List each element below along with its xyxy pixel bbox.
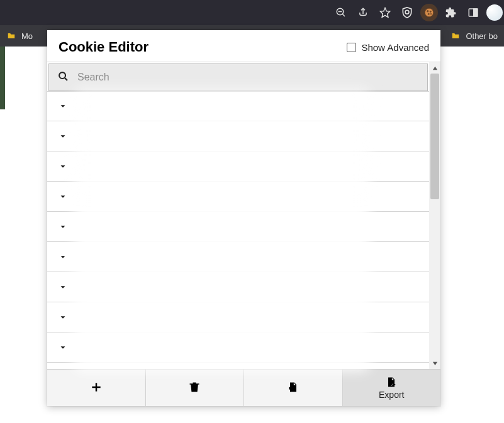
import-icon	[287, 381, 300, 393]
folder-icon	[451, 31, 461, 40]
svg-line-1	[342, 14, 345, 16]
cookie-list	[47, 91, 429, 369]
search-input[interactable]	[77, 72, 418, 83]
bookmark-folder-left[interactable]: Mo	[6, 31, 33, 41]
add-cookie-button[interactable]	[47, 370, 146, 406]
list-area	[47, 62, 429, 369]
cookie-row[interactable]	[47, 363, 429, 369]
cookie-row[interactable]	[47, 242, 429, 272]
svg-point-12	[59, 72, 65, 79]
cookie-row[interactable]	[47, 91, 429, 121]
zoom-out-icon[interactable]	[332, 4, 350, 21]
svg-point-4	[405, 10, 409, 14]
cookie-editor-extension-icon[interactable]	[420, 4, 438, 21]
share-icon[interactable]	[354, 4, 372, 21]
chevron-down-icon	[59, 313, 67, 322]
cookie-editor-popup: Cookie Editor Show Advanced	[47, 30, 440, 406]
scrollbar[interactable]	[429, 62, 440, 369]
chevron-down-icon	[59, 343, 67, 352]
popup-header: Cookie Editor Show Advanced	[47, 30, 440, 62]
cookie-row[interactable]	[47, 332, 429, 363]
export-icon	[385, 376, 398, 388]
popup-body	[47, 62, 440, 369]
svg-point-5	[425, 8, 434, 17]
chevron-down-icon	[59, 162, 67, 171]
svg-point-6	[427, 11, 428, 12]
svg-marker-3	[381, 8, 390, 18]
cookie-row[interactable]	[47, 272, 429, 302]
export-button[interactable]: Export	[343, 370, 441, 406]
browser-toolbar	[0, 0, 504, 25]
extensions-icon[interactable]	[442, 4, 460, 21]
svg-marker-14	[432, 66, 437, 69]
svg-point-8	[428, 13, 429, 14]
star-icon[interactable]	[376, 4, 394, 21]
cookie-row[interactable]	[47, 302, 429, 332]
show-advanced-label: Show Advanced	[361, 42, 429, 53]
svg-point-7	[430, 11, 431, 12]
export-label: Export	[379, 390, 404, 400]
scroll-up-arrow-icon[interactable]	[429, 62, 440, 74]
show-advanced-toggle[interactable]: Show Advanced	[347, 42, 429, 53]
chevron-down-icon	[59, 222, 67, 231]
chevron-down-icon	[59, 102, 67, 111]
popup-footer: Export	[47, 369, 440, 406]
svg-point-9	[430, 13, 432, 14]
page-accent	[0, 47, 5, 109]
cookie-row[interactable]	[47, 212, 429, 242]
scroll-track[interactable]	[429, 74, 440, 358]
chevron-down-icon	[59, 192, 67, 201]
trash-icon	[188, 381, 201, 393]
import-button[interactable]	[244, 370, 343, 406]
chevron-down-icon	[59, 253, 67, 261]
cookie-row[interactable]	[47, 151, 429, 182]
search-row	[48, 63, 428, 91]
delete-all-button[interactable]	[146, 370, 245, 406]
scroll-down-arrow-icon[interactable]	[429, 358, 440, 369]
cookie-row[interactable]	[47, 182, 429, 212]
bookmark-folder-right[interactable]: Other bo	[451, 31, 498, 41]
chevron-down-icon	[59, 283, 67, 292]
folder-icon	[6, 31, 16, 40]
sidepanel-icon[interactable]	[464, 4, 482, 21]
show-advanced-checkbox[interactable]	[347, 43, 356, 52]
shield-icon[interactable]	[398, 4, 416, 21]
svg-marker-15	[432, 361, 437, 365]
bookmark-label: Mo	[21, 31, 33, 41]
chevron-down-icon	[59, 132, 67, 141]
search-icon	[58, 71, 69, 84]
cookie-row[interactable]	[47, 121, 429, 151]
scroll-thumb[interactable]	[430, 74, 439, 199]
profile-avatar[interactable]	[486, 4, 503, 21]
svg-rect-11	[474, 9, 478, 16]
svg-line-13	[65, 77, 67, 80]
plus-icon	[90, 381, 103, 393]
bookmark-label: Other bo	[466, 31, 498, 41]
popup-title: Cookie Editor	[59, 39, 148, 55]
